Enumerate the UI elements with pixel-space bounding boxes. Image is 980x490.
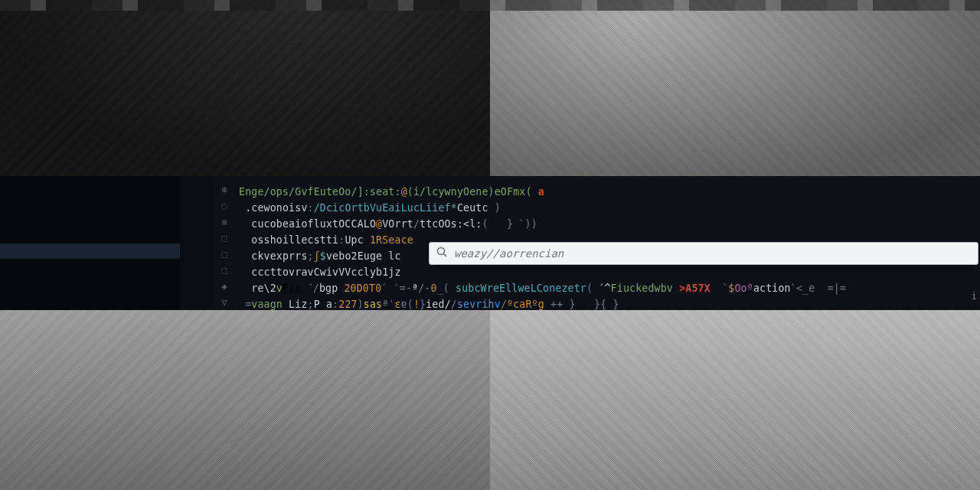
gutter-glyph[interactable]: ⬚ xyxy=(216,230,233,247)
gutter-glyph[interactable]: ◌ xyxy=(216,198,233,214)
gutter-glyph[interactable]: ≡ xyxy=(216,214,233,230)
glitch-strip xyxy=(0,0,980,11)
code-line[interactable]: .cewonoisv:/DcicOrtbVuEaiLucLiief*Ceutc … xyxy=(239,200,846,216)
svg-point-0 xyxy=(438,248,445,255)
panel-bottom-left xyxy=(0,310,490,490)
right-margin-indicator: i xyxy=(972,291,977,302)
code-line[interactable]: cucobeaiofluxtOCCALO@VOrrt/ttcOOs:<l:( }… xyxy=(239,216,846,232)
gutter-glyph[interactable]: ⊕ xyxy=(216,182,233,198)
gutter-glyph-column: ⊕◌≡⬚⬚⬚◈▽ xyxy=(216,182,233,311)
panel-top-left xyxy=(0,0,490,176)
command-palette[interactable] xyxy=(429,242,978,265)
gutter-glyph[interactable]: ◈ xyxy=(216,279,233,295)
code-line[interactable]: =vaagn Liz;P a:227)sasªˈεɐ(!}ied//sevrih… xyxy=(239,296,846,312)
svg-line-1 xyxy=(444,254,447,257)
code-line[interactable]: re\2vEze ˊ/bgp 20D0T0ˊ ˈ=-ª/-0_( subcWre… xyxy=(239,280,846,296)
gutter-glyph[interactable]: ▽ xyxy=(216,295,233,311)
panel-bottom-right xyxy=(490,310,980,490)
code-line[interactable]: Enge/ops/GvfEuteOo/]:seat:@(i/lcywnyOene… xyxy=(239,184,846,200)
search-icon xyxy=(436,246,448,261)
gutter-glyph[interactable]: ⬚ xyxy=(216,263,233,279)
editor-line-highlight xyxy=(0,243,180,259)
code-line[interactable]: cccttovravCwivVVcclyb1jz xyxy=(239,264,846,280)
gutter-glyph[interactable]: ⬚ xyxy=(216,247,233,263)
panel-top-right xyxy=(490,0,980,176)
command-palette-input[interactable] xyxy=(454,247,972,260)
